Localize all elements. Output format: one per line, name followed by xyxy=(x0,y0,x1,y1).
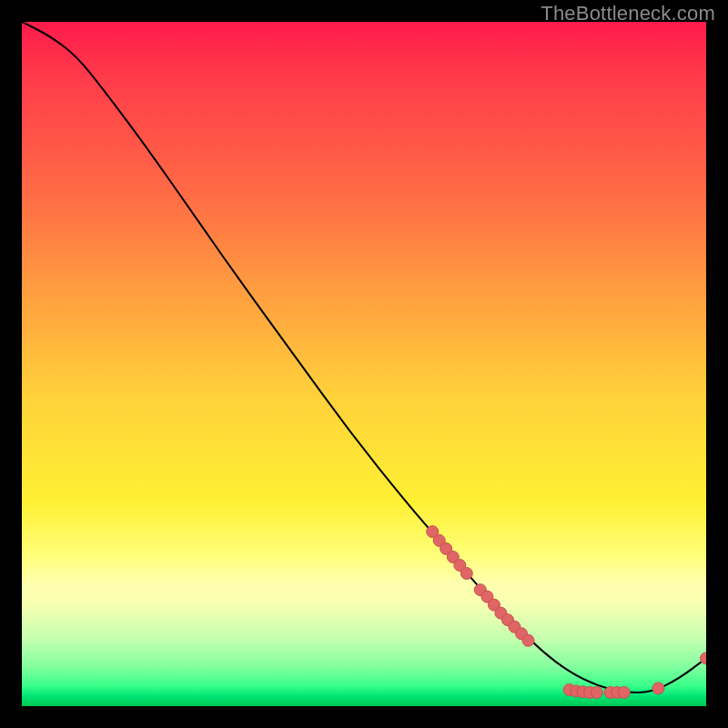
marker-group xyxy=(427,526,706,699)
marker-dense-cluster-1 xyxy=(460,568,472,580)
marker-dense-cluster-2 xyxy=(522,634,534,646)
marker-bottom-right xyxy=(652,682,664,694)
chart-stage: TheBottleneck.com xyxy=(0,0,728,728)
watermark-text: TheBottleneck.com xyxy=(541,2,715,25)
marker-bottom-cluster xyxy=(618,687,630,699)
marker-bottom-cluster xyxy=(591,687,602,699)
bottleneck-curve xyxy=(22,22,706,693)
curve-layer xyxy=(22,22,706,706)
plot-area xyxy=(22,22,706,706)
